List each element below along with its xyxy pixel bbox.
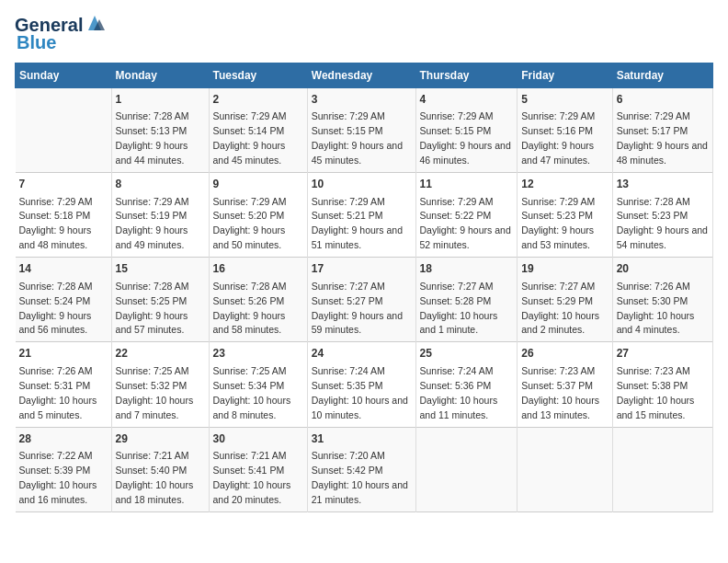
day-number: 11 — [420, 177, 514, 192]
sunrise: Sunrise: 7:21 AM — [116, 450, 189, 461]
sunrise: Sunrise: 7:24 AM — [420, 365, 494, 376]
sunset: Sunset: 5:15 PM — [420, 125, 492, 136]
col-saturday: Saturday — [612, 63, 712, 88]
sunrise: Sunrise: 7:29 AM — [116, 196, 189, 207]
daylight: Daylight: 10 hours and 15 minutes. — [617, 395, 695, 420]
cell-week4-day6: 26Sunrise: 7:23 AMSunset: 5:37 PMDayligh… — [518, 342, 612, 427]
sunrise: Sunrise: 7:26 AM — [19, 365, 93, 376]
day-number: 19 — [521, 261, 608, 277]
sunrise: Sunrise: 7:25 AM — [116, 365, 189, 376]
sunset: Sunset: 5:19 PM — [116, 210, 188, 221]
col-friday: Friday — [518, 63, 612, 88]
cell-week5-day3: 30Sunrise: 7:21 AMSunset: 5:41 PMDayligh… — [209, 427, 307, 511]
daylight: Daylight: 10 hours and 7 minutes. — [116, 395, 194, 420]
day-number: 2 — [213, 92, 303, 108]
sunset: Sunset: 5:39 PM — [19, 465, 91, 476]
sunset: Sunset: 5:17 PM — [617, 125, 688, 136]
daylight: Daylight: 10 hours and 18 minutes. — [116, 479, 194, 505]
sunrise: Sunrise: 7:29 AM — [312, 110, 385, 121]
cell-week5-day7 — [612, 427, 712, 511]
day-number: 31 — [312, 431, 412, 447]
sunset: Sunset: 5:38 PM — [617, 380, 688, 391]
day-number: 16 — [213, 261, 303, 277]
page-header: General Blue — [15, 15, 713, 53]
sunset: Sunset: 5:29 PM — [521, 295, 593, 306]
sunrise: Sunrise: 7:25 AM — [213, 365, 287, 376]
sunrise: Sunrise: 7:27 AM — [420, 281, 494, 292]
sunrise: Sunrise: 7:27 AM — [312, 281, 385, 292]
day-number: 7 — [19, 177, 108, 192]
sunset: Sunset: 5:41 PM — [213, 465, 285, 476]
sunrise: Sunrise: 7:26 AM — [617, 281, 690, 292]
cell-week3-day4: 17Sunrise: 7:27 AMSunset: 5:27 PMDayligh… — [307, 258, 415, 342]
daylight: Daylight: 9 hours and 46 minutes. — [420, 140, 511, 166]
day-number: 4 — [420, 92, 514, 108]
sunrise: Sunrise: 7:29 AM — [521, 110, 595, 121]
cell-week1-day7: 6Sunrise: 7:29 AMSunset: 5:17 PMDaylight… — [612, 88, 712, 173]
daylight: Daylight: 10 hours and 10 minutes. — [312, 395, 408, 420]
sunset: Sunset: 5:22 PM — [420, 210, 492, 221]
week-row-5: 28Sunrise: 7:22 AMSunset: 5:39 PMDayligh… — [16, 427, 713, 511]
daylight: Daylight: 9 hours and 48 minutes. — [19, 224, 92, 250]
sunrise: Sunrise: 7:29 AM — [420, 196, 494, 207]
sunset: Sunset: 5:21 PM — [312, 210, 383, 221]
sunset: Sunset: 5:27 PM — [312, 295, 383, 306]
sunset: Sunset: 5:32 PM — [116, 380, 188, 391]
sunset: Sunset: 5:40 PM — [116, 465, 188, 476]
cell-week2-day5: 11Sunrise: 7:29 AMSunset: 5:22 PMDayligh… — [415, 173, 518, 258]
day-number: 20 — [617, 261, 709, 277]
day-number: 30 — [213, 431, 303, 447]
daylight: Daylight: 9 hours and 51 minutes. — [312, 224, 403, 250]
sunset: Sunset: 5:36 PM — [420, 380, 492, 391]
day-number: 12 — [521, 177, 608, 192]
day-number: 29 — [116, 431, 205, 447]
daylight: Daylight: 10 hours and 16 minutes. — [19, 479, 97, 505]
calendar-table: SundayMondayTuesdayWednesdayThursdayFrid… — [15, 63, 713, 512]
day-number: 1 — [116, 92, 205, 108]
cell-week2-day4: 10Sunrise: 7:29 AMSunset: 5:21 PMDayligh… — [307, 173, 415, 258]
sunset: Sunset: 5:16 PM — [521, 125, 593, 136]
sunset: Sunset: 5:15 PM — [312, 125, 383, 136]
day-number: 26 — [521, 346, 608, 362]
cell-week4-day1: 21Sunrise: 7:26 AMSunset: 5:31 PMDayligh… — [16, 342, 112, 427]
week-row-2: 7Sunrise: 7:29 AMSunset: 5:18 PMDaylight… — [16, 173, 713, 258]
day-number: 15 — [116, 261, 205, 277]
day-number: 10 — [312, 177, 412, 192]
sunrise: Sunrise: 7:29 AM — [312, 196, 385, 207]
daylight: Daylight: 9 hours and 52 minutes. — [420, 224, 511, 250]
sunrise: Sunrise: 7:29 AM — [213, 196, 287, 207]
daylight: Daylight: 10 hours and 2 minutes. — [521, 310, 599, 336]
sunrise: Sunrise: 7:22 AM — [19, 450, 93, 461]
daylight: Daylight: 9 hours and 50 minutes. — [213, 224, 286, 250]
cell-week1-day1 — [16, 88, 112, 173]
daylight: Daylight: 9 hours and 45 minutes. — [312, 140, 403, 166]
sunset: Sunset: 5:37 PM — [521, 380, 593, 391]
sunrise: Sunrise: 7:28 AM — [116, 281, 189, 292]
day-number: 22 — [116, 346, 205, 362]
daylight: Daylight: 10 hours and 11 minutes. — [420, 395, 498, 420]
daylight: Daylight: 10 hours and 5 minutes. — [19, 395, 97, 420]
sunrise: Sunrise: 7:29 AM — [521, 196, 595, 207]
sunset: Sunset: 5:35 PM — [312, 380, 383, 391]
daylight: Daylight: 10 hours and 1 minute. — [420, 310, 498, 336]
day-number: 28 — [19, 431, 108, 447]
cell-week1-day3: 2Sunrise: 7:29 AMSunset: 5:14 PMDaylight… — [209, 88, 307, 173]
week-row-4: 21Sunrise: 7:26 AMSunset: 5:31 PMDayligh… — [16, 342, 713, 427]
cell-week4-day4: 24Sunrise: 7:24 AMSunset: 5:35 PMDayligh… — [307, 342, 415, 427]
daylight: Daylight: 9 hours and 57 minutes. — [116, 310, 188, 336]
sunset: Sunset: 5:13 PM — [116, 125, 188, 136]
cell-week3-day6: 19Sunrise: 7:27 AMSunset: 5:29 PMDayligh… — [518, 258, 612, 342]
day-number: 18 — [420, 261, 514, 277]
day-number: 6 — [617, 92, 709, 108]
sunset: Sunset: 5:25 PM — [116, 295, 188, 306]
col-tuesday: Tuesday — [209, 63, 307, 88]
daylight: Daylight: 10 hours and 13 minutes. — [521, 395, 599, 420]
cell-week3-day7: 20Sunrise: 7:26 AMSunset: 5:30 PMDayligh… — [612, 258, 712, 342]
cell-week2-day1: 7Sunrise: 7:29 AMSunset: 5:18 PMDaylight… — [16, 173, 112, 258]
day-number: 27 — [617, 346, 709, 362]
day-number: 3 — [312, 92, 412, 108]
sunset: Sunset: 5:20 PM — [213, 210, 285, 221]
cell-week4-day7: 27Sunrise: 7:23 AMSunset: 5:38 PMDayligh… — [612, 342, 712, 427]
cell-week5-day6 — [518, 427, 612, 511]
cell-week4-day2: 22Sunrise: 7:25 AMSunset: 5:32 PMDayligh… — [111, 342, 209, 427]
